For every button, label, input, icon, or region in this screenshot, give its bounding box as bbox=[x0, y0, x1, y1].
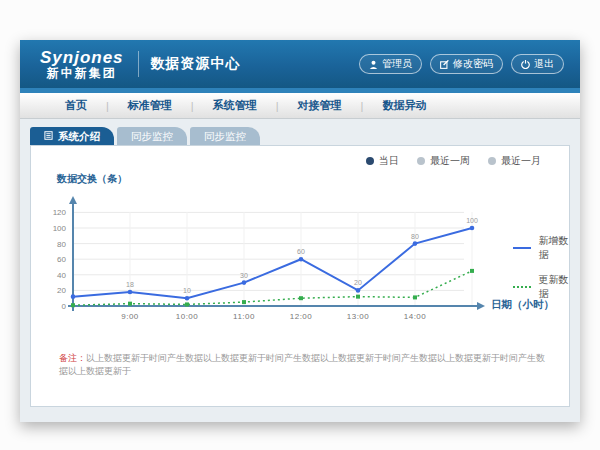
tab-label: 同步监控 bbox=[204, 127, 246, 145]
legend-label: 新增数据 bbox=[538, 234, 569, 262]
tab-label: 系统介绍 bbox=[58, 127, 100, 145]
svg-text:10: 10 bbox=[183, 287, 191, 294]
legend-item-new-data: 新增数据 bbox=[513, 234, 569, 262]
header-divider bbox=[138, 51, 139, 77]
svg-text:18: 18 bbox=[126, 281, 134, 288]
svg-text:80: 80 bbox=[57, 240, 66, 249]
radio-last-month[interactable]: 最近一月 bbox=[488, 154, 541, 168]
footnote-text: 以上数据更新于时间产生数据以上数据更新于时间产生数据以上数据更新于时间产生数据以… bbox=[59, 353, 545, 376]
company-logo: Synjones 新中新集团 bbox=[40, 49, 124, 79]
svg-text:0: 0 bbox=[62, 302, 67, 311]
legend-item-updated-data: 更新数据 bbox=[513, 273, 569, 301]
svg-text:40: 40 bbox=[57, 271, 66, 280]
svg-text:100: 100 bbox=[53, 224, 67, 233]
radio-last-week[interactable]: 最近一周 bbox=[417, 154, 470, 168]
logo-brand-text: Synjones bbox=[40, 49, 124, 67]
document-icon bbox=[44, 127, 53, 145]
page-title: 数据资源中心 bbox=[151, 55, 241, 73]
change-password-button[interactable]: 修改密码 bbox=[430, 54, 503, 74]
radio-today[interactable]: 当日 bbox=[366, 154, 399, 168]
tab-system-intro[interactable]: 系统介绍 bbox=[30, 127, 114, 145]
power-icon bbox=[521, 60, 530, 69]
nav-item-standard-mgmt[interactable]: 标准管理 bbox=[109, 98, 191, 113]
change-password-label: 修改密码 bbox=[453, 57, 493, 71]
nav-item-home[interactable]: 首页 bbox=[46, 98, 106, 113]
svg-text:13:00: 13:00 bbox=[347, 312, 370, 321]
nav-item-system-mgmt[interactable]: 系统管理 bbox=[194, 98, 276, 113]
footnote-label: 备注： bbox=[59, 353, 86, 363]
svg-text:20: 20 bbox=[57, 286, 66, 295]
y-axis-title: 数据交换（条） bbox=[57, 172, 127, 186]
tab-sync-monitor-1[interactable]: 同步监控 bbox=[117, 127, 187, 145]
radio-unselected-icon bbox=[488, 157, 496, 165]
svg-text:120: 120 bbox=[53, 208, 67, 217]
tab-bar: 系统介绍 同步监控 同步监控 bbox=[20, 119, 580, 145]
admin-user-label: 管理员 bbox=[382, 57, 412, 71]
svg-text:14:00: 14:00 bbox=[404, 312, 427, 321]
svg-text:30: 30 bbox=[240, 272, 248, 279]
radio-label: 最近一月 bbox=[501, 154, 541, 168]
svg-text:9:00: 9:00 bbox=[121, 312, 139, 321]
svg-text:100: 100 bbox=[466, 217, 478, 224]
tab-label: 同步监控 bbox=[131, 127, 173, 145]
edit-icon bbox=[440, 60, 449, 69]
svg-text:60: 60 bbox=[57, 255, 66, 264]
svg-text:10:00: 10:00 bbox=[176, 312, 199, 321]
svg-text:60: 60 bbox=[297, 248, 305, 255]
radio-label: 最近一周 bbox=[430, 154, 470, 168]
tab-sync-monitor-2[interactable]: 同步监控 bbox=[190, 127, 260, 145]
app-window: Synjones 新中新集团 数据资源中心 管理员 修改密码 bbox=[20, 40, 580, 422]
legend-label: 更新数据 bbox=[538, 273, 569, 301]
user-icon bbox=[369, 60, 378, 69]
chart-legend: 新增数据 更新数据 bbox=[513, 234, 569, 301]
content-area: 系统介绍 同步监控 同步监控 当日 最近一周 bbox=[20, 119, 580, 423]
header-buttons: 管理员 修改密码 退出 bbox=[359, 54, 564, 74]
time-range-filters: 当日 最近一周 最近一月 bbox=[366, 154, 541, 168]
radio-selected-icon bbox=[366, 157, 374, 165]
app-header: Synjones 新中新集团 数据资源中心 管理员 修改密码 bbox=[20, 40, 580, 88]
logo-company-name: 新中新集团 bbox=[40, 67, 124, 80]
radio-label: 当日 bbox=[379, 154, 399, 168]
radio-unselected-icon bbox=[417, 157, 425, 165]
svg-text:20: 20 bbox=[354, 279, 362, 286]
legend-line-solid-icon bbox=[513, 247, 531, 249]
legend-line-dotted-icon bbox=[513, 286, 531, 288]
main-nav: 首页 | 标准管理 | 系统管理 | 对接管理 | 数据异动 bbox=[20, 93, 580, 119]
svg-text:11:00: 11:00 bbox=[233, 312, 255, 321]
svg-text:12:00: 12:00 bbox=[290, 312, 313, 321]
footnote: 备注：以上数据更新于时间产生数据以上数据更新于时间产生数据以上数据更新于时间产生… bbox=[59, 352, 553, 378]
svg-text:80: 80 bbox=[411, 233, 419, 240]
chart-panel: 当日 最近一周 最近一月 数据交换（条） 0204060801001209:00… bbox=[30, 145, 570, 407]
logout-button[interactable]: 退出 bbox=[511, 54, 564, 74]
nav-item-data-change[interactable]: 数据异动 bbox=[363, 98, 445, 113]
nav-item-interface-mgmt[interactable]: 对接管理 bbox=[279, 98, 361, 113]
line-chart: 0204060801001209:0010:0011:0012:0013:001… bbox=[39, 188, 491, 340]
logout-label: 退出 bbox=[534, 57, 554, 71]
admin-user-button[interactable]: 管理员 bbox=[359, 54, 422, 74]
